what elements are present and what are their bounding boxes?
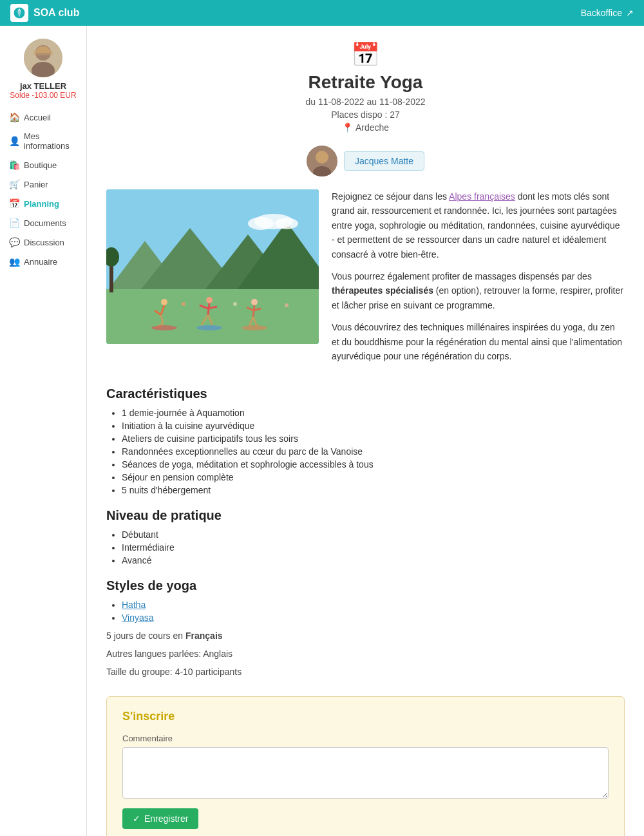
list-item: Avancé [122, 555, 625, 565]
svg-point-33 [151, 325, 177, 330]
svg-point-6 [316, 151, 328, 164]
list-item: Séances de yoga, méditation et sophrolog… [122, 459, 625, 470]
sidebar-navigation: 🏠 Accueil 👤 Mes informations 🛍️ Boutique… [6, 108, 80, 271]
svg-point-16 [161, 299, 167, 305]
sidebar-item-panier[interactable]: 🛒 Panier [6, 175, 80, 194]
backoffice-link[interactable]: Backoffice ↗ [581, 8, 634, 18]
sidebar-item-label: Accueil [24, 113, 51, 122]
user-profile: jax TELLER Solde -103.00 EUR [6, 39, 80, 100]
location-name: Ardeche [355, 122, 389, 133]
svg-rect-13 [106, 289, 319, 344]
svg-point-27 [251, 299, 258, 305]
sidebar-item-label: Planning [24, 199, 59, 209]
styles-title: Styles de yoga [106, 578, 625, 593]
svg-point-35 [242, 325, 267, 330]
svg-point-38 [285, 303, 289, 307]
checkmark-icon: ✓ [133, 813, 140, 824]
alpes-link[interactable]: Alpes françaises [449, 191, 515, 202]
sidebar-item-discussion[interactable]: 💬 Discussion [6, 233, 80, 252]
commentaire-label: Commentaire [122, 734, 609, 743]
caracteristiques-title: Caractéristiques [106, 386, 625, 401]
register-label: Enregistrer [144, 813, 188, 824]
register-button[interactable]: ✓ Enregistrer [122, 808, 198, 829]
sidebar-item-label: Annuaire [24, 257, 57, 267]
cart-icon: 🛒 [9, 179, 20, 189]
list-item-hatha: Hatha [122, 600, 625, 610]
sidebar-item-boutique[interactable]: 🛍️ Boutique [6, 155, 80, 175]
list-item: Randonnées exceptionnelles au cœur du pa… [122, 446, 625, 457]
sidebar-item-label: Discussion [24, 238, 64, 247]
backoffice-icon: ↗ [626, 8, 634, 18]
niveau-list: Débutant Intermédiaire Avancé [106, 529, 625, 565]
hatha-link[interactable]: Hatha [122, 600, 146, 610]
description-paragraph-3: Vous découvrirez des techniques millénai… [332, 320, 625, 363]
instructor-row: Jacques Matte [106, 146, 625, 176]
autres-langues: Autres langues parlées: Anglais [106, 649, 625, 659]
caracteristiques-list: 1 demie-journée à Aquamotion Initiation … [106, 408, 625, 495]
svg-point-34 [196, 325, 222, 330]
logo[interactable]: SOA club [10, 4, 79, 22]
svg-point-37 [233, 302, 237, 306]
calendar-icon: 📅 [9, 198, 20, 209]
list-item: Débutant [122, 529, 625, 540]
list-item: Initiation à la cuisine ayurvédique [122, 421, 625, 431]
location-pin-icon: 📍 [342, 122, 353, 133]
langue-info: 5 jours de cours en Français [106, 631, 625, 641]
event-body: Rejoignez ce séjour dans les Alpes franç… [106, 189, 625, 371]
description-paragraph-1: Rejoignez ce séjour dans les Alpes franç… [332, 189, 625, 261]
therapeutes-text: thérapeutes spécialisés [332, 285, 433, 296]
sidebar-item-accueil[interactable]: 🏠 Accueil [6, 108, 80, 127]
registration-title: S'inscrire [122, 710, 609, 723]
instructor-avatar [307, 146, 337, 176]
vinyasa-link[interactable]: Vinyasa [122, 613, 154, 623]
logo-icon [10, 4, 28, 22]
description-paragraph-2: Vous pourrez également profiter de massa… [332, 269, 625, 312]
user-icon: 👤 [9, 136, 20, 146]
sidebar-item-annuaire[interactable]: 👥 Annuaire [6, 252, 80, 271]
event-location: 📍 Ardeche [106, 122, 625, 133]
balance: Solde -103.00 EUR [10, 91, 76, 100]
instructor-name[interactable]: Jacques Matte [344, 151, 424, 171]
chat-icon: 💬 [9, 237, 20, 247]
people-icon: 👥 [9, 256, 20, 267]
sidebar-item-mes-informations[interactable]: 👤 Mes informations [6, 127, 80, 155]
event-header: 📅 Retraite Yoga du 11-08-2022 au 11-08-2… [106, 41, 625, 133]
sidebar-item-documents[interactable]: 📄 Documents [6, 213, 80, 233]
main-content: 📅 Retraite Yoga du 11-08-2022 au 11-08-2… [87, 26, 644, 836]
svg-point-36 [182, 302, 185, 306]
document-icon: 📄 [9, 218, 20, 228]
event-title: Retraite Yoga [106, 72, 625, 93]
styles-list: Hatha Vinyasa [106, 600, 625, 623]
svg-point-41 [275, 218, 298, 229]
list-item: 1 demie-journée à Aquamotion [122, 408, 625, 418]
list-item: Intermédiaire [122, 542, 625, 553]
svg-rect-4 [33, 50, 53, 55]
taille-groupe: Taille du groupe: 4-10 participants [106, 667, 625, 677]
commentaire-input[interactable] [122, 747, 609, 799]
event-image [106, 189, 319, 344]
balance-label: Solde [10, 91, 30, 100]
sidebar-item-label: Mes informations [24, 131, 77, 151]
event-description: Rejoignez ce séjour dans les Alpes franç… [332, 189, 625, 371]
sidebar-item-planning[interactable]: 📅 Planning [6, 194, 80, 213]
home-icon: 🏠 [9, 112, 20, 122]
sidebar-item-label: Panier [24, 180, 48, 189]
avatar [24, 39, 62, 77]
event-dates: du 11-08-2022 au 11-08-2022 [106, 97, 625, 107]
list-item: Séjour en pension complète [122, 472, 625, 482]
list-item-vinyasa: Vinyasa [122, 613, 625, 623]
event-calendar-icon: 📅 [106, 41, 625, 68]
event-places: Places dispo : 27 [106, 109, 625, 120]
svg-point-21 [206, 297, 213, 303]
svg-point-40 [248, 217, 274, 230]
sidebar: jax TELLER Solde -103.00 EUR 🏠 Accueil 👤… [0, 26, 87, 836]
logo-text: SOA club [33, 7, 79, 19]
balance-value: -103.00 EUR [32, 91, 76, 100]
list-item: 5 nuits d'hébergement [122, 485, 625, 495]
username: jax TELLER [20, 81, 66, 91]
shop-icon: 🛍️ [9, 160, 20, 170]
sidebar-item-label: Documents [24, 218, 66, 228]
sidebar-item-label: Boutique [24, 160, 57, 170]
list-item: Ateliers de cuisine participatifs tous l… [122, 433, 625, 444]
niveau-title: Niveau de pratique [106, 508, 625, 523]
